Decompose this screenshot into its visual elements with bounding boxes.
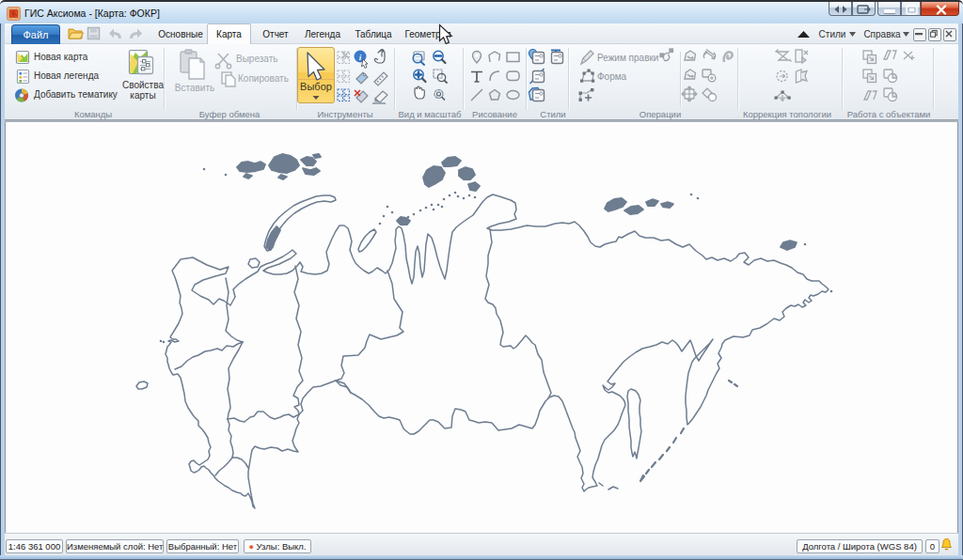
svg-text:Выбор: Выбор — [300, 81, 332, 92]
